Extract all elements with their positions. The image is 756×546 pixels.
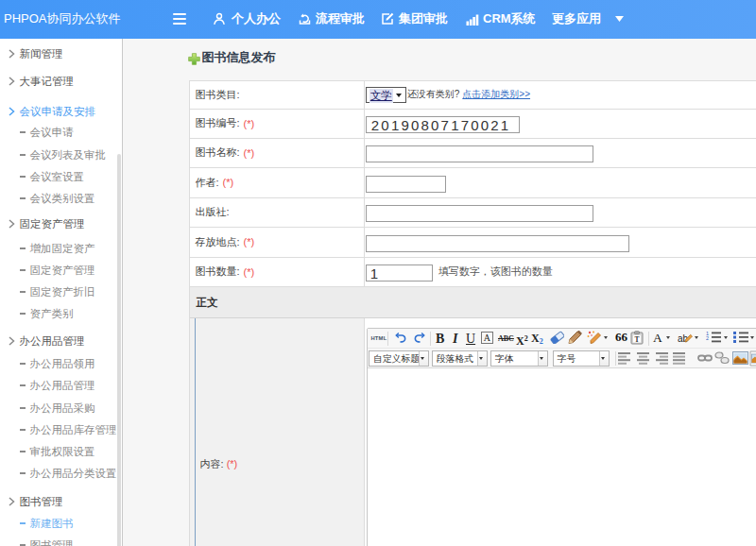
svg-text:2: 2: [706, 335, 709, 341]
svg-text:T: T: [634, 335, 639, 344]
